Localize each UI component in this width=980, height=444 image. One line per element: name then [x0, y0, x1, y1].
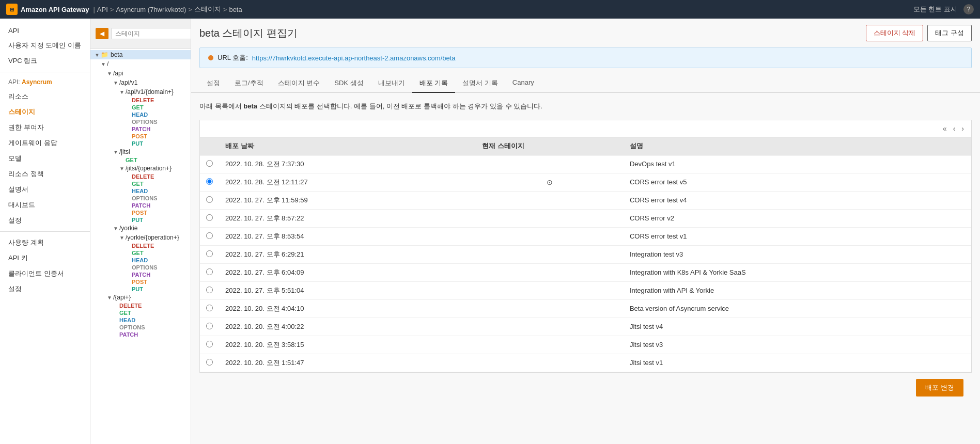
- method-jitsi-get[interactable]: GET: [115, 156, 191, 164]
- deploy-radio[interactable]: [206, 287, 213, 293]
- deploy-radio[interactable]: [206, 359, 213, 366]
- tree-label-root[interactable]: ▼ /: [97, 59, 191, 69]
- method-delete-1[interactable]: DELETE: [121, 97, 191, 104]
- row-date: 2022. 10. 27. 오후 11:59:59: [219, 191, 476, 209]
- url-invoke-link[interactable]: https://7hwrkvkotd.execute-api.ap-northe…: [252, 54, 456, 62]
- sidebar-item-api-keys[interactable]: API 키: [0, 250, 90, 266]
- sidebar-item-documentation[interactable]: 설명서: [0, 182, 90, 197]
- method-yorkie-post[interactable]: POST: [121, 278, 191, 286]
- tree-collapse-button[interactable]: ◀: [96, 28, 108, 39]
- sidebar-item-custom-domain[interactable]: 사용자 지정 도메인 이름: [0, 38, 90, 53]
- method-yorkie-options[interactable]: OPTIONS: [121, 264, 191, 271]
- nav-prev-button[interactable]: ‹: [951, 123, 958, 134]
- method-yorkie-put[interactable]: PUT: [121, 286, 191, 293]
- method-jitsi-options[interactable]: OPTIONS: [121, 195, 191, 202]
- sidebar-item-resources[interactable]: 리소스: [0, 89, 90, 104]
- nav-next-button[interactable]: ›: [959, 123, 966, 134]
- method-patch-1[interactable]: PATCH: [121, 125, 191, 133]
- method-put-1[interactable]: PUT: [121, 140, 191, 147]
- deploy-radio[interactable]: [206, 232, 213, 239]
- method-jitsi-delete[interactable]: DELETE: [121, 173, 191, 180]
- sidebar-item-vpc-link[interactable]: VPC 링크: [0, 53, 90, 69]
- method-jitsi-post[interactable]: POST: [121, 209, 191, 216]
- row-description: Beta version of Asyncrum service: [624, 299, 971, 318]
- stage-search-input[interactable]: [112, 28, 191, 39]
- row-date: 2022. 10. 27. 오후 6:04:09: [219, 263, 476, 281]
- content-header: beta 스테이지 편집기 스테이지 삭제 태그 구성: [191, 19, 980, 47]
- sidebar-item-settings-api[interactable]: 설정: [0, 213, 90, 228]
- method-apiplus-delete[interactable]: DELETE: [109, 302, 191, 309]
- tree-label-jitsi[interactable]: ▼ /jitsi: [109, 147, 191, 156]
- breadcrumb-api[interactable]: API: [97, 6, 108, 13]
- tree-label-yorkie-op[interactable]: ▼ /yorkie/{operation+}: [115, 233, 191, 242]
- deploy-radio[interactable]: [206, 160, 213, 167]
- sidebar-item-stages[interactable]: 스테이지: [0, 104, 90, 120]
- deploy-radio[interactable]: [206, 305, 213, 311]
- deploy-radio[interactable]: [206, 196, 213, 203]
- sidebar-item-resource-policy[interactable]: 리소스 정책: [0, 166, 90, 182]
- method-jitsi-get2[interactable]: GET: [121, 180, 191, 187]
- row-date: 2022. 10. 27. 오후 5:51:04: [219, 281, 476, 299]
- tree-label-api-v1[interactable]: ▼ /api/v1: [109, 78, 191, 87]
- method-jitsi-patch[interactable]: PATCH: [121, 202, 191, 209]
- method-apiplus-options[interactable]: OPTIONS: [109, 324, 191, 331]
- nav-first-button[interactable]: «: [941, 123, 949, 134]
- content-area: beta 스테이지 편집기 스테이지 삭제 태그 구성 URL 호출: http…: [191, 19, 980, 444]
- method-yorkie-patch[interactable]: PATCH: [121, 271, 191, 278]
- tab-export[interactable]: 내보내기: [371, 74, 412, 93]
- tab-deploy-history[interactable]: 배포 기록: [412, 74, 456, 93]
- tag-config-button[interactable]: 태그 구성: [927, 25, 972, 41]
- hint-button[interactable]: 모든 힌트 표시: [913, 5, 957, 14]
- sidebar-item-usage-plan[interactable]: 사용량 계획: [0, 235, 90, 250]
- tree-label-apiplus[interactable]: ▼ /{api+}: [103, 293, 191, 302]
- tab-canary[interactable]: Canary: [505, 74, 541, 93]
- method-post-1[interactable]: POST: [121, 133, 191, 140]
- breadcrumb-asyncrum[interactable]: Asyncrum (7hwrkvkotd): [116, 6, 186, 13]
- sidebar-item-settings-main[interactable]: 설정: [0, 281, 90, 297]
- sidebar-item-dashboard[interactable]: 대시보드: [0, 197, 90, 213]
- sidebar-item-gateway-response[interactable]: 게이트웨이 응답: [0, 135, 90, 151]
- sidebar-item-authorizers[interactable]: 권한 부여자: [0, 120, 90, 135]
- deploy-radio[interactable]: [206, 250, 213, 257]
- sidebar-item-models[interactable]: 모델: [0, 151, 90, 166]
- deploy-radio[interactable]: [206, 323, 213, 329]
- sidebar-item-client-cert[interactable]: 클라이언트 인증서: [0, 266, 90, 281]
- method-options-1[interactable]: OPTIONS: [121, 118, 191, 125]
- deploy-radio[interactable]: [206, 178, 213, 185]
- deploy-radio[interactable]: [206, 268, 213, 275]
- tree-label-beta[interactable]: ▼ 📁 beta: [90, 50, 191, 59]
- method-jitsi-put[interactable]: PUT: [121, 216, 191, 224]
- method-get-1[interactable]: GET: [121, 104, 191, 111]
- tab-logs[interactable]: 로그/추적: [227, 74, 271, 93]
- method-head-1[interactable]: HEAD: [121, 111, 191, 118]
- method-apiplus-get[interactable]: GET: [109, 309, 191, 316]
- tree-label-yorkie[interactable]: ▼ /yorkie: [109, 224, 191, 233]
- tab-sdk[interactable]: SDK 생성: [327, 74, 370, 93]
- method-yorkie-delete[interactable]: DELETE: [121, 242, 191, 249]
- sidebar-divider: [0, 72, 90, 72]
- method-yorkie-get[interactable]: GET: [121, 249, 191, 257]
- method-apiplus-patch[interactable]: PATCH: [109, 331, 191, 338]
- tree-label-api[interactable]: ▼ /api: [103, 69, 191, 78]
- method-jitsi-head[interactable]: HEAD: [121, 187, 191, 195]
- method-apiplus-head[interactable]: HEAD: [109, 316, 191, 324]
- url-status-dot: [208, 55, 213, 60]
- help-icon[interactable]: ?: [963, 4, 974, 14]
- tab-variables[interactable]: 스테이지 변수: [271, 74, 328, 93]
- deploy-radio[interactable]: [206, 341, 213, 347]
- tab-settings[interactable]: 설정: [199, 74, 227, 93]
- tree-label-domain[interactable]: ▼ /api/v1/{domain+}: [115, 87, 191, 97]
- table-row: 2022. 10. 20. 오전 4:00:22Jitsi test v4: [200, 318, 971, 336]
- method-yorkie-head[interactable]: HEAD: [121, 257, 191, 264]
- tree-label-yorkie-text: /yorkie: [119, 225, 137, 232]
- tree-label-jitsi-op[interactable]: ▼ /jitsi/{operation+}: [115, 164, 191, 173]
- row-radio-cell: [200, 155, 219, 173]
- tab-docs[interactable]: 설명서 기록: [455, 74, 505, 93]
- deploy-table: 배포 날짜 현재 스테이지 설명 2022. 10. 28. 오전 7:37:3…: [200, 137, 971, 372]
- breadcrumb-stage[interactable]: 스테이지: [194, 5, 221, 14]
- row-current-indicator: [476, 318, 624, 336]
- sidebar-item-api[interactable]: API: [0, 24, 90, 38]
- delete-stage-button[interactable]: 스테이지 삭제: [866, 25, 924, 41]
- deploy-radio[interactable]: [206, 214, 213, 221]
- deploy-change-button[interactable]: 배포 변경: [916, 379, 963, 397]
